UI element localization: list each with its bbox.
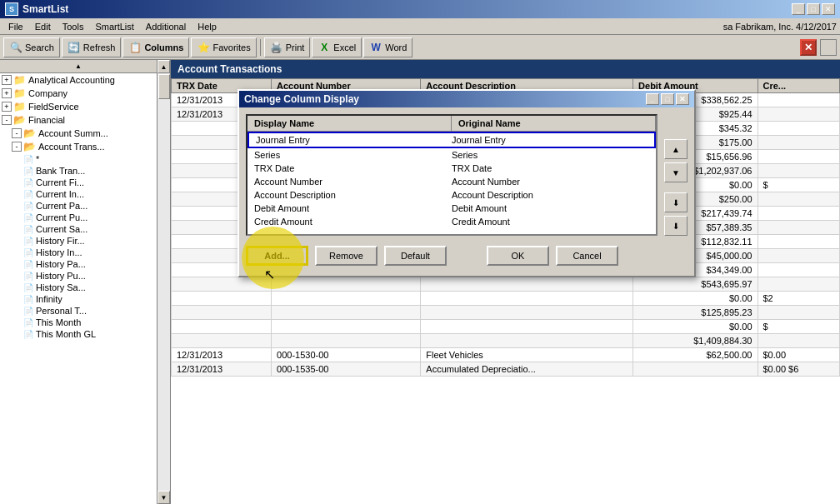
sidebar-item-this-month-gl[interactable]: 📄 This Month GL [0,328,157,340]
menu-edit[interactable]: Edit [30,20,56,33]
dialog-close-button[interactable]: ✕ [676,93,689,105]
sidebar-item-account-trans[interactable]: - 📂 Account Trans... [0,140,157,153]
sidebar-item-infinity[interactable]: 📄 Infinity [0,293,157,305]
sidebar-item-bank-tran[interactable]: 📄 Bank Tran... [0,165,157,177]
sidebar-item-history-sa[interactable]: 📄 History Sa... [0,282,157,293]
change-column-dialog: Change Column Display _ □ ✕ Display Name… [238,89,696,277]
content-title: Account Transactions [171,60,840,78]
columns-button[interactable]: 📋 Columns [122,37,189,57]
dialog-body: Display Name Original Name Journal Entry… [239,107,694,276]
side-buttons: ▲ ▼ ⬇ ⬇ [664,114,688,236]
menu-help[interactable]: Help [192,20,222,33]
sidebar: ▲ + 📁 Analytical Accounting + 📁 Company … [0,60,171,504]
toolbar: 🔍 Search 🔄 Refresh 📋 Columns ⭐ Favorites… [0,35,840,60]
sidebar-scroll-down-btn[interactable]: ▼ [158,491,170,504]
sidebar-item-history-in[interactable]: 📄 History In... [0,247,157,258]
favorites-icon: ⭐ [197,41,210,54]
sidebar-scroll-up-btn[interactable]: ▲ [158,60,170,73]
sidebar-item-current-pa[interactable]: 📄 Current Pa... [0,200,157,212]
move-last-button[interactable]: ⬇ [664,216,688,236]
menu-additional[interactable]: Additional [141,20,191,33]
word-icon: W [369,41,382,54]
print-button[interactable]: 🖨️ Print [264,37,311,57]
print-icon: 🖨️ [270,41,283,54]
search-button[interactable]: 🔍 Search [3,37,60,57]
sidebar-scrollbar: ▲ ▼ [157,60,170,504]
table-row: $125,895.23 [172,306,840,320]
sidebar-item-financial[interactable]: - 📂 Financial [0,113,157,127]
column-row-series[interactable]: Series Series [248,148,656,162]
user-info: sa Fabrikam, Inc. 4/12/2017 [723,22,837,32]
sidebar-item-account-summ[interactable]: - 📂 Account Summ... [0,127,157,140]
minimize-button[interactable]: _ [792,3,805,15]
menu-bar: File Edit Tools SmartList Additional Hel… [0,18,840,35]
default-button[interactable]: Default [384,246,447,266]
separator [260,39,261,56]
menu-tools[interactable]: Tools [58,20,89,33]
dialog-list-container: Display Name Original Name Journal Entry… [246,114,688,236]
move-bottom-button[interactable]: ⬇ [664,192,688,212]
table-row: 12/31/2013 000-1530-00 Fleet Vehicles $6… [172,348,840,362]
favorites-button[interactable]: ⭐ Favorites [191,37,256,57]
column-row-account-number[interactable]: Account Number Account Number [248,175,656,188]
sidebar-item-personal-t[interactable]: 📄 Personal T... [0,305,157,317]
column-row-trx-date[interactable]: TRX Date TRX Date [248,162,656,175]
close-button[interactable]: ✕ [822,3,835,15]
dialog-title-bar: Change Column Display _ □ ✕ [239,91,694,107]
sidebar-item-company[interactable]: + 📁 Company [0,87,157,100]
dialog-title-text: Change Column Display [244,93,359,105]
move-up-button[interactable]: ▲ [664,139,688,159]
display-name-header: Display Name [248,116,452,131]
column-row-journal[interactable]: Journal Entry Journal Entry [248,132,656,148]
extra-button [820,39,837,56]
sidebar-scroll-thumb[interactable] [158,74,170,99]
sidebar-item-current-pu[interactable]: 📄 Current Pu... [0,212,157,223]
menu-smartlist[interactable]: SmartList [90,20,138,33]
close-x-button[interactable]: ✕ [800,39,817,56]
column-list: Display Name Original Name Journal Entry… [246,114,658,236]
refresh-icon: 🔄 [68,41,81,54]
excel-icon: X [318,41,331,54]
dialog-maximize-button[interactable]: □ [661,93,674,105]
col-credit-amount: Cre... [758,79,840,93]
menu-file[interactable]: File [3,20,28,33]
columns-icon: 📋 [128,41,142,54]
table-row: $0.00$ [172,320,840,334]
sidebar-item-history-pu[interactable]: 📄 History Pu... [0,270,157,282]
column-row-debit-amount[interactable]: Debit Amount Debit Amount [248,202,656,215]
ok-button[interactable]: OK [487,246,549,266]
sidebar-item-current-in[interactable]: 📄 Current In... [0,188,157,200]
cancel-button[interactable]: Cancel [556,246,618,266]
sidebar-item-asterisk[interactable]: 📄 * [0,153,157,165]
main-content: ▲ + 📁 Analytical Accounting + 📁 Company … [0,60,840,504]
app-icon: S [5,2,18,16]
content-area: Account Transactions TRX Date Account Nu… [171,60,840,504]
search-icon: 🔍 [9,41,22,54]
column-row-account-desc[interactable]: Account Description Account Description [248,188,656,202]
dialog-minimize-button[interactable]: _ [646,93,659,105]
add-button[interactable]: Add... [246,246,308,266]
move-down-button[interactable]: ▼ [664,162,688,182]
column-row-credit-amount[interactable]: Credit Amount Credit Amount [248,215,656,228]
word-button[interactable]: W Word [363,37,412,57]
table-row: $543,695.97 [172,277,840,292]
title-bar: S SmartList _ □ ✕ [0,0,840,18]
sidebar-item-fieldservice[interactable]: + 📁 FieldService [0,100,157,113]
sidebar-scroll-up[interactable]: ▲ [0,60,157,73]
dialog-bottom-buttons: Add... ↖ Remove Default OK [246,242,688,269]
maximize-button[interactable]: □ [807,3,820,15]
table-row: $1,409,884.30 [172,334,840,348]
sidebar-item-current-sa[interactable]: 📄 Current Sa... [0,223,157,235]
original-name-header: Original Name [452,116,656,131]
refresh-button[interactable]: 🔄 Refresh [62,37,122,57]
sidebar-item-analytical[interactable]: + 📁 Analytical Accounting [0,73,157,87]
sidebar-item-history-pa[interactable]: 📄 History Pa... [0,258,157,270]
remove-button[interactable]: Remove [315,246,378,266]
table-row: 12/31/2013 000-1535-00 Accumulated Depre… [172,362,840,377]
sidebar-item-current-fi[interactable]: 📄 Current Fi... [0,177,157,188]
window-title: SmartList [22,3,68,15]
sidebar-item-this-month[interactable]: 📄 This Month [0,317,157,328]
table-row: $0.00$2 [172,292,840,306]
excel-button[interactable]: X Excel [312,37,362,57]
sidebar-item-history-fir[interactable]: 📄 History Fir... [0,235,157,247]
